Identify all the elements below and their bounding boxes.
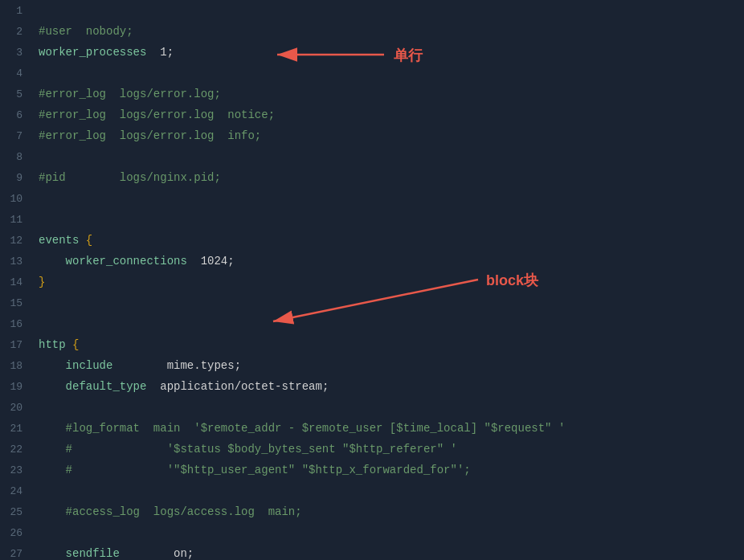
- line-number: 9: [0, 172, 32, 184]
- code-line-10: 10: [0, 188, 744, 209]
- code-line-26: 26: [0, 522, 744, 543]
- line-content: #access_log logs/access.log main;: [32, 505, 744, 518]
- line-content: sendfile on;: [32, 547, 744, 560]
- code-line-7: 7#error_log logs/error.log info;: [0, 125, 744, 146]
- line-content: worker_connections 1024;: [32, 255, 744, 268]
- code-line-20: 20: [0, 397, 744, 418]
- code-editor: 1 2#user nobody;3worker_processes 1;4 5#…: [0, 0, 744, 560]
- code-line-22: 22 # '$status $body_bytes_sent "$http_re…: [0, 439, 744, 460]
- line-number: 1: [0, 5, 32, 17]
- line-number: 26: [0, 527, 32, 539]
- line-number: 4: [0, 67, 32, 80]
- line-content: [32, 526, 744, 539]
- line-number: 10: [0, 193, 32, 205]
- code-line-12: 12events {: [0, 230, 744, 251]
- code-line-18: 18 include mime.types;: [0, 355, 744, 376]
- line-content: [32, 401, 744, 414]
- line-number: 19: [0, 381, 32, 393]
- line-content: http {: [32, 338, 744, 351]
- code-line-8: 8: [0, 146, 744, 167]
- code-line-14: 14}: [0, 272, 744, 292]
- line-number: 3: [0, 47, 32, 59]
- line-number: 17: [0, 339, 32, 351]
- line-content: #log_format main '$remote_addr - $remote…: [32, 422, 744, 435]
- code-line-2: 2#user nobody;: [0, 21, 744, 42]
- line-number: 14: [0, 276, 32, 288]
- line-content: #error_log logs/error.log;: [32, 88, 744, 100]
- line-number: 23: [0, 464, 32, 476]
- line-content: #pid logs/nginx.pid;: [32, 171, 744, 184]
- line-number: 2: [0, 26, 32, 38]
- line-number: 18: [0, 360, 32, 372]
- line-content: [32, 213, 744, 226]
- code-line-1: 1: [0, 0, 744, 21]
- line-content: events {: [32, 234, 744, 247]
- code-line-9: 9#pid logs/nginx.pid;: [0, 167, 744, 188]
- line-number: 20: [0, 402, 32, 414]
- line-number: 25: [0, 506, 32, 518]
- line-content: [32, 150, 744, 163]
- line-content: }: [32, 276, 744, 288]
- line-content: # '$status $body_bytes_sent "$http_refer…: [32, 443, 744, 456]
- line-number: 22: [0, 444, 32, 456]
- line-content: [32, 192, 744, 205]
- line-content: worker_processes 1;: [32, 46, 744, 59]
- line-number: 8: [0, 151, 32, 163]
- line-content: # '"$http_user_agent" "$http_x_forwarded…: [32, 464, 744, 476]
- line-number: 27: [0, 548, 32, 560]
- line-content: #error_log logs/error.log info;: [32, 129, 744, 142]
- line-number: 21: [0, 423, 32, 435]
- line-content: #error_log logs/error.log notice;: [32, 108, 744, 121]
- code-line-11: 11: [0, 209, 744, 230]
- code-lines: 1 2#user nobody;3worker_processes 1;4 5#…: [0, 0, 744, 560]
- line-number: 6: [0, 109, 32, 121]
- line-number: 24: [0, 485, 32, 497]
- line-content: [32, 4, 744, 17]
- line-number: 16: [0, 318, 32, 330]
- code-line-21: 21 #log_format main '$remote_addr - $rem…: [0, 418, 744, 439]
- line-content: [32, 317, 744, 330]
- line-number: 12: [0, 235, 32, 247]
- line-number: 15: [0, 297, 32, 309]
- line-content: [32, 484, 744, 497]
- line-number: 11: [0, 214, 32, 226]
- line-content: [32, 296, 744, 309]
- code-line-27: 27 sendfile on;: [0, 543, 744, 560]
- code-line-19: 19 default_type application/octet-stream…: [0, 376, 744, 397]
- line-content: include mime.types;: [32, 359, 744, 372]
- code-line-5: 5#error_log logs/error.log;: [0, 84, 744, 104]
- line-number: 5: [0, 88, 32, 100]
- line-content: [32, 67, 744, 80]
- code-line-24: 24: [0, 480, 744, 501]
- line-content: #user nobody;: [32, 25, 744, 38]
- code-line-25: 25 #access_log logs/access.log main;: [0, 501, 744, 522]
- line-number: 13: [0, 255, 32, 268]
- line-number: 7: [0, 130, 32, 142]
- code-line-6: 6#error_log logs/error.log notice;: [0, 104, 744, 125]
- code-line-3: 3worker_processes 1;: [0, 42, 744, 63]
- code-line-15: 15: [0, 292, 744, 313]
- code-line-23: 23 # '"$http_user_agent" "$http_x_forwar…: [0, 460, 744, 480]
- code-line-16: 16: [0, 313, 744, 334]
- line-content: default_type application/octet-stream;: [32, 380, 744, 393]
- code-line-17: 17http {: [0, 334, 744, 355]
- code-line-4: 4: [0, 63, 744, 84]
- code-line-13: 13 worker_connections 1024;: [0, 251, 744, 272]
